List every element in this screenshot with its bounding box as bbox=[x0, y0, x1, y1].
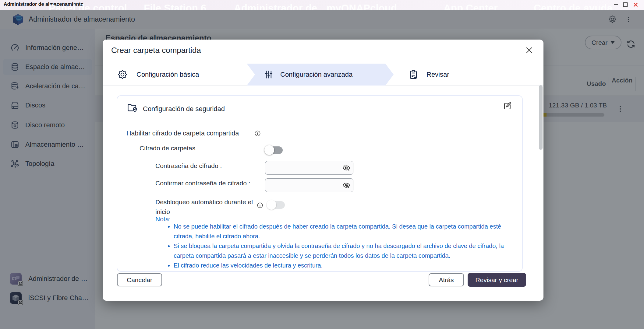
cancel-button[interactable]: Cancelar bbox=[117, 273, 162, 286]
window-maximize-button[interactable] bbox=[623, 2, 628, 7]
toggle-knob bbox=[264, 145, 274, 155]
note-bullet-list: No se puede habilitar el cifrado después… bbox=[164, 222, 508, 271]
tab-myqnapcloud[interactable]: myQNAPcloud bbox=[327, 2, 397, 10]
note-bullet: El cifrado reduce las velocidades de lec… bbox=[174, 261, 508, 271]
tab-panel-de-control[interactable]: Panel de control bbox=[49, 2, 127, 10]
clipboard-check-icon bbox=[408, 69, 419, 80]
eye-off-icon[interactable] bbox=[342, 181, 350, 189]
tab-app-center[interactable]: App Center bbox=[444, 2, 498, 10]
confirm-password-input[interactable] bbox=[269, 179, 339, 192]
toggle-knob bbox=[267, 200, 276, 210]
close-icon[interactable] bbox=[525, 46, 533, 54]
window-close-button[interactable] bbox=[633, 2, 638, 7]
window-minimize-button[interactable] bbox=[614, 4, 618, 5]
note-bullet: No se puede habilitar el cifrado después… bbox=[174, 222, 508, 241]
back-button[interactable]: Atrás bbox=[429, 273, 464, 286]
password-input[interactable] bbox=[269, 161, 339, 174]
info-icon[interactable] bbox=[257, 202, 264, 209]
wizard-steps: Configuración básica Configuración avanz… bbox=[103, 64, 543, 86]
section-title: Configuración de seguridad bbox=[143, 105, 225, 113]
sliders-icon bbox=[264, 69, 274, 80]
storage-manager-window: Administrador de almacenamiento Panel de… bbox=[0, 0, 644, 329]
folder-encryption-toggle[interactable] bbox=[264, 145, 283, 155]
step-advanced-settings[interactable]: Configuración avanzada bbox=[280, 71, 352, 79]
desktop-tab-bar: Administrador de almacenamiento Panel de… bbox=[0, 0, 644, 10]
auto-unlock-toggle[interactable] bbox=[267, 200, 285, 210]
edit-icon[interactable] bbox=[503, 101, 512, 110]
eye-off-icon[interactable] bbox=[342, 164, 350, 172]
review-and-create-button[interactable]: Revisar y crear bbox=[468, 273, 526, 287]
confirm-password-field-wrap bbox=[265, 178, 353, 192]
auto-unlock-label: Desbloqueo automático durante el inicio bbox=[155, 197, 256, 217]
note-bullet: Si se bloquea la carpeta compartida y ol… bbox=[174, 241, 508, 261]
tab-administrador-de[interactable]: Administrador de bbox=[234, 2, 317, 10]
modal-scrollbar-thumb[interactable] bbox=[539, 85, 543, 150]
tab-centro-de-ayuda[interactable]: Centro de ayuda bbox=[534, 2, 613, 10]
gear-icon bbox=[117, 69, 128, 80]
encryption-heading: Habilitar cifrado de carpeta compartida bbox=[126, 130, 239, 137]
folder-encryption-label: Cifrado de carpetas bbox=[140, 145, 195, 152]
dialog-title: Crear carpeta compartida bbox=[111, 46, 201, 55]
tab-file-station[interactable]: File Station 6 bbox=[144, 2, 206, 10]
password-label: Contraseña de cifrado : bbox=[155, 162, 222, 170]
create-shared-folder-dialog: Crear carpeta compartida Configuración b… bbox=[103, 40, 543, 301]
step-basic-settings[interactable]: Configuración básica bbox=[136, 71, 199, 79]
confirm-password-label: Confirmar contraseña de cifrado : bbox=[155, 180, 250, 187]
info-icon[interactable] bbox=[254, 130, 261, 137]
step-review[interactable]: Revisar bbox=[426, 71, 449, 79]
password-field-wrap bbox=[265, 161, 353, 175]
folder-shield-icon bbox=[126, 102, 138, 113]
